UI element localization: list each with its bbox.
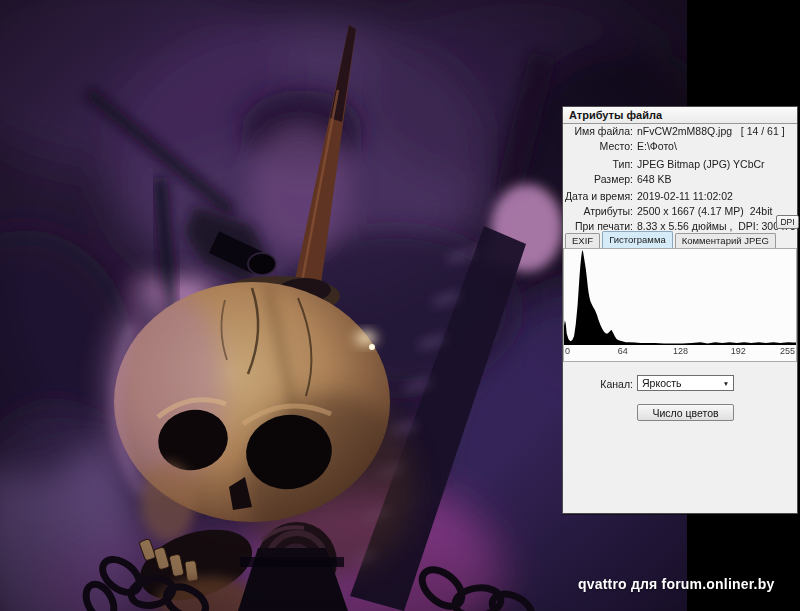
field-row-datetime: Дата и время: 2019-02-11 11:02:02	[563, 190, 797, 203]
x-tick-label: 255	[780, 346, 795, 356]
tab-jpeg-comment[interactable]: Комментарий JPEG	[675, 233, 776, 248]
field-value: E:\Фото\	[637, 140, 677, 152]
chevron-down-icon: ▼	[719, 380, 733, 387]
field-label: Имя файла:	[563, 125, 633, 137]
field-row-filename: Имя файла: nFvCW2mM88Q.jpg [ 14 / 61 ]	[563, 125, 797, 138]
dpi-button[interactable]: DPI	[776, 215, 799, 229]
field-label: Тип:	[563, 158, 633, 170]
histogram-axis: 064128192255	[564, 345, 796, 359]
channel-selected-value: Яркость	[638, 377, 719, 389]
channel-label: Канал:	[563, 378, 633, 390]
field-row-size: Размер: 648 KB	[563, 173, 797, 186]
screenshot-root: Атрибуты файла Имя файла: nFvCW2mM88Q.jp…	[0, 0, 800, 611]
x-tick-label: 128	[673, 346, 688, 356]
color-count-button[interactable]: Число цветов	[637, 404, 734, 421]
dialog-title: Атрибуты файла	[563, 107, 797, 124]
field-value: 648 KB	[637, 173, 671, 185]
histogram-pane: 064128192255	[563, 248, 797, 362]
tab-bar: EXIF Гистограмма Комментарий JPEG	[565, 231, 778, 248]
field-value: 2019-02-11 11:02:02	[637, 190, 733, 202]
x-tick-label: 64	[618, 346, 628, 356]
histogram-plot	[564, 249, 796, 345]
field-row-location: Место: E:\Фото\	[563, 140, 797, 153]
tab-exif[interactable]: EXIF	[565, 233, 600, 248]
channel-select[interactable]: Яркость ▼	[637, 375, 734, 391]
field-value: JPEG Bitmap (JPG) YCbCr	[637, 158, 765, 170]
x-tick-label: 0	[565, 346, 570, 356]
field-row-attributes: Атрибуты: 2500 x 1667 (4.17 MP) 24bit	[563, 205, 797, 218]
watermark-text: qvattro для forum.onliner.by	[578, 576, 774, 592]
field-label: Дата и время:	[563, 190, 633, 202]
x-tick-label: 192	[731, 346, 746, 356]
file-attributes-dialog: Атрибуты файла Имя файла: nFvCW2mM88Q.jp…	[562, 106, 798, 514]
field-label: Размер:	[563, 173, 633, 185]
field-label: Место:	[563, 140, 633, 152]
field-value: nFvCW2mM88Q.jpg [ 14 / 61 ]	[637, 125, 785, 137]
field-label: Атрибуты:	[563, 205, 633, 217]
field-row-type: Тип: JPEG Bitmap (JPG) YCbCr	[563, 158, 797, 171]
field-value: 2500 x 1667 (4.17 MP) 24bit	[637, 205, 772, 217]
tab-histogram[interactable]: Гистограмма	[602, 231, 673, 248]
